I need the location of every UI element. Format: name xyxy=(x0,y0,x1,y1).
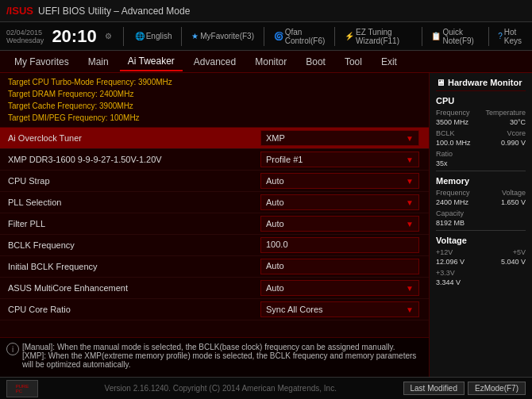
time-display: 20:10 xyxy=(52,28,96,45)
dropdown-value: Auto xyxy=(266,198,284,207)
nav-item-boot[interactable]: Boot xyxy=(298,53,333,71)
asus-logo: /ISUS xyxy=(6,5,33,17)
nav-item-main[interactable]: Main xyxy=(80,53,117,71)
pll-selection-dropdown[interactable]: Auto ▼ xyxy=(260,194,419,210)
multicore-dropdown[interactable]: Auto ▼ xyxy=(260,280,419,296)
ai-overclock-dropdown[interactable]: XMP ▼ xyxy=(260,130,419,146)
hw-label-mem-freq: Frequency xyxy=(436,189,470,197)
topbar-link-myfavorite[interactable]: ★ MyFavorite(F3) xyxy=(191,32,254,40)
hw-row-freq: Frequency Temperature xyxy=(436,109,526,117)
divider xyxy=(123,27,124,46)
hw-section-cpu: CPU xyxy=(436,96,526,106)
row-value: Auto xyxy=(254,256,429,277)
divider xyxy=(181,27,182,46)
gear-icon[interactable]: ⚙ xyxy=(105,32,112,40)
hw-section-memory: Memory xyxy=(436,176,526,186)
note-icon: 📋 xyxy=(431,32,441,40)
last-modified-button[interactable]: Last Modified xyxy=(403,382,465,395)
hw-monitor-title: 🖥 Hardware Monitor xyxy=(436,78,526,91)
star-icon: ★ xyxy=(191,32,199,40)
content-panel: Target CPU Turbo-Mode Frequency: 3900MHz… xyxy=(0,73,429,377)
topbar-link-english[interactable]: 🌐 English xyxy=(135,32,172,40)
topbar-link-eztuning[interactable]: ⚡ EZ Tuning Wizard(F11) xyxy=(345,28,412,45)
filter-pll-dropdown[interactable]: Auto ▼ xyxy=(260,216,419,232)
lightning-icon: ⚡ xyxy=(345,32,354,40)
hotkeys-label: Hot Keys xyxy=(504,28,526,45)
bottom-buttons: Last Modified EzMode(F7) xyxy=(403,382,526,395)
nav-item-myfavorites[interactable]: My Favorites xyxy=(6,53,77,71)
topbar-link-hotkeys[interactable]: ? Hot Keys xyxy=(498,28,526,45)
logo-area: PUREPC xyxy=(6,380,38,397)
hw-row-12v: +12V +5V xyxy=(436,248,526,256)
freq-line-2: Target DRAM Frequency: 2400MHz xyxy=(8,88,421,100)
row-value: 100.0 xyxy=(254,235,429,255)
chevron-down-icon: ▼ xyxy=(406,134,414,143)
dropdown-value: Sync All Cores xyxy=(266,305,323,314)
initial-bclk-input[interactable]: Auto xyxy=(260,259,419,274)
hw-value-mem-freq: 2400 MHz xyxy=(436,198,468,206)
row-label: Filter PLL xyxy=(0,216,254,232)
bclk-freq-input[interactable]: 100.0 xyxy=(260,237,419,253)
hw-row-mem-labels: Frequency Voltage xyxy=(436,189,526,197)
freq-line-1: Target CPU Turbo-Mode Frequency: 3900MHz xyxy=(8,76,421,88)
row-label: BCLK Frequency xyxy=(0,237,254,253)
hw-row-mem-vals: 2400 MHz 1.650 V xyxy=(436,198,526,206)
row-label: Initial BCLK Frequency xyxy=(0,259,254,274)
divider xyxy=(334,27,335,46)
ezmode-button[interactable]: EzMode(F7) xyxy=(468,382,526,395)
cpu-core-ratio-dropdown[interactable]: Sync All Cores ▼ xyxy=(260,301,419,317)
hw-monitor-panel: 🖥 Hardware Monitor CPU Frequency Tempera… xyxy=(429,73,532,377)
nav-item-exit[interactable]: Exit xyxy=(373,53,405,71)
info-text: [Manual]: When the manual mode is select… xyxy=(22,343,416,369)
hw-label-ratio: Ratio xyxy=(436,150,453,158)
hw-row-ratio-val: 35x xyxy=(436,159,526,167)
info-icon: i xyxy=(6,343,19,355)
row-value: Sync All Cores ▼ xyxy=(254,299,429,320)
xmp-profile-dropdown[interactable]: Profile #1 ▼ xyxy=(260,152,419,167)
quicknote-label: Quick Note(F9) xyxy=(442,28,478,45)
topbar-links: 🌐 English ★ MyFavorite(F3) 🌀 Qfan Contro… xyxy=(135,27,526,46)
monitor-icon: 🖥 xyxy=(436,78,445,87)
nav-item-monitor[interactable]: Monitor xyxy=(247,53,295,71)
fan-icon: 🌀 xyxy=(274,32,283,40)
nav-item-advanced[interactable]: Advanced xyxy=(186,53,244,71)
hw-row-freq-val: 3500 MHz 30°C xyxy=(436,118,526,126)
hw-value-33v: 3.344 V xyxy=(436,278,461,286)
topbar-link-quicknote[interactable]: 📋 Quick Note(F9) xyxy=(431,28,478,45)
question-icon: ? xyxy=(498,32,503,40)
hw-section-voltage: Voltage xyxy=(436,236,526,245)
divider xyxy=(264,27,264,46)
topbar-link-qfan[interactable]: 🌀 Qfan Control(F6) xyxy=(274,28,326,45)
hw-value-freq: 3500 MHz xyxy=(436,118,468,126)
nav-item-tool[interactable]: Tool xyxy=(337,53,370,71)
globe-icon: 🌐 xyxy=(135,32,145,40)
day-text: Wednesday xyxy=(6,36,44,44)
hw-label-5v: +5V xyxy=(513,248,526,256)
hw-label-temp: Temperature xyxy=(485,109,526,117)
pure-pc-logo: PUREPC xyxy=(6,380,38,397)
row-label: XMP DDR3-1600 9-9-9-27-1.50V-1.20V xyxy=(0,152,254,167)
chevron-down-icon: ▼ xyxy=(406,177,414,186)
hw-row-capacity-val: 8192 MB xyxy=(436,219,526,227)
hw-label-bclk: BCLK xyxy=(436,129,455,137)
row-label: ASUS MultiCore Enhancement xyxy=(0,280,254,296)
table-row: CPU Strap Auto ▼ xyxy=(0,171,429,192)
chevron-down-icon: ▼ xyxy=(406,220,414,228)
date-column: 02/04/2015 Wednesday xyxy=(6,29,44,44)
info-box: i [Manual]: When the manual mode is sele… xyxy=(0,337,429,377)
hw-value-vcore: 0.990 V xyxy=(501,139,526,147)
dropdown-value: Auto xyxy=(266,283,284,293)
hw-monitor-label: Hardware Monitor xyxy=(448,78,522,87)
bottom-bar: PUREPC Version 2.16.1240. Copyright (C) … xyxy=(0,377,532,399)
freq-line-3: Target Cache Frequency: 3900MHz xyxy=(8,100,421,112)
nav-item-aitweaker[interactable]: Ai Tweaker xyxy=(120,52,183,71)
table-row: Ai Overclock Tuner XMP ▼ xyxy=(0,128,429,149)
row-value: Auto ▼ xyxy=(254,213,429,234)
cpu-strap-dropdown[interactable]: Auto ▼ xyxy=(260,173,419,189)
row-value: Auto ▼ xyxy=(254,278,429,298)
chevron-down-icon: ▼ xyxy=(406,155,414,164)
table-row: Initial BCLK Frequency Auto xyxy=(0,256,429,278)
table-row: PLL Selection Auto ▼ xyxy=(0,192,429,213)
myfavorite-label: MyFavorite(F3) xyxy=(200,32,254,40)
divider xyxy=(422,27,422,46)
